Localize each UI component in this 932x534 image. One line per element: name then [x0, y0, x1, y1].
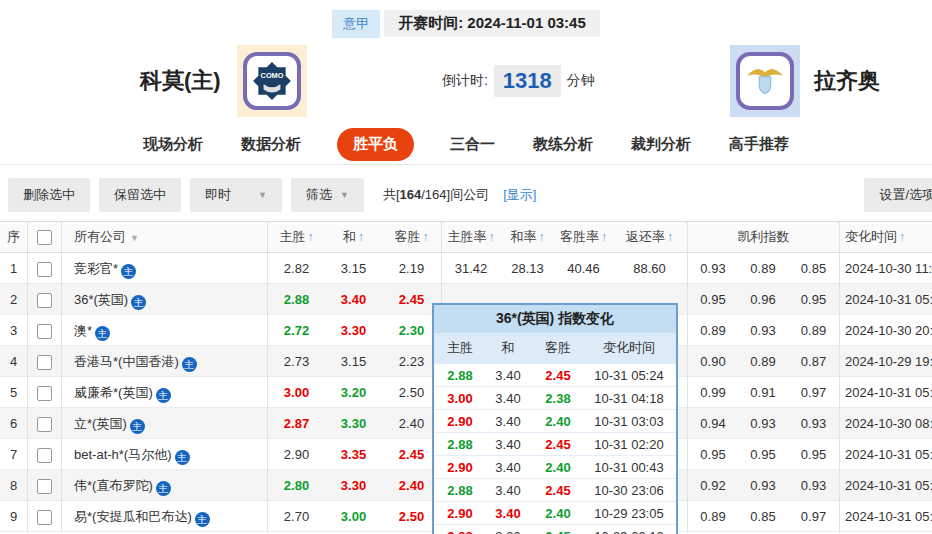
row-seq: 7 [0, 439, 28, 470]
kelly-2: 0.85 [738, 509, 788, 524]
kelly-2: 0.93 [738, 478, 788, 493]
popup-draw-odds: 3.40 [486, 437, 530, 452]
company-name[interactable]: bet-at-h*(马尔他) [74, 447, 172, 462]
return-rate: 88.60 [612, 253, 688, 284]
tab-win-draw-lose[interactable]: 胜平负 [337, 128, 414, 161]
header-return-rate[interactable]: 返还率↑ [612, 222, 688, 252]
row-checkbox[interactable] [37, 386, 52, 401]
popup-change-time: 10-29 23:05 [586, 506, 672, 521]
company-cell: 澳*主 [62, 315, 268, 346]
tab-three-in-one[interactable]: 三合一 [448, 129, 497, 160]
row-checkbox[interactable] [37, 293, 52, 308]
tab-live-analysis[interactable]: 现场分析 [141, 129, 205, 160]
header-return-rate-label: 返还率 [626, 229, 665, 244]
row-seq: 4 [0, 346, 28, 377]
sort-up-icon: ↑ [601, 230, 607, 244]
header-home-rate[interactable]: 主胜率↑ [442, 228, 500, 246]
kickoff-time: 开赛时间: 2024-11-01 03:45 [384, 10, 600, 37]
count-number: 164 [400, 187, 422, 202]
row-checkbox-cell [28, 470, 62, 501]
home-team-logo-icon: COMO [237, 45, 307, 117]
league-badge[interactable]: 意甲 [332, 10, 380, 38]
draw-odds: 3.00 [325, 509, 382, 524]
row-checkbox[interactable] [37, 510, 52, 525]
tab-data-analysis[interactable]: 数据分析 [239, 129, 303, 160]
count-prefix: 共[ [383, 187, 400, 202]
home-odds: 2.90 [268, 447, 325, 462]
popup-home-odds: 2.90 [434, 414, 486, 429]
company-name[interactable]: 易*(安提瓜和巴布达) [74, 509, 192, 524]
company-name[interactable]: 竞彩官* [74, 261, 118, 276]
popup-change-time: 10-31 03:03 [586, 414, 672, 429]
company-name[interactable]: 立*(英国) [74, 416, 127, 431]
tab-coach-analysis[interactable]: 教练分析 [531, 129, 595, 160]
header-company[interactable]: 所有公司▼ [62, 222, 268, 252]
kelly-3: 0.85 [788, 253, 840, 284]
popup-away-odds: 2.45 [530, 529, 586, 534]
teams-header: 科莫(主) COMO 倒计时: 1318 分钟 [0, 37, 932, 125]
row-checkbox[interactable] [37, 262, 52, 277]
row-checkbox[interactable] [37, 324, 52, 339]
svg-text:COMO: COMO [260, 71, 283, 80]
instant-dropdown[interactable]: 即时 ▼ [190, 178, 282, 212]
away-team-logo-icon [730, 45, 800, 117]
home-badge-icon: 主 [182, 357, 197, 372]
settings-button[interactable]: 设置/选项 [864, 178, 932, 212]
row-seq: 5 [0, 377, 28, 408]
sort-up-icon: ↑ [667, 230, 673, 244]
draw-odds: 3.20 [325, 385, 382, 400]
company-cell: 易*(安提瓜和巴布达)主 [62, 501, 268, 532]
change-time: 2024-10-30 08:15 [840, 416, 932, 431]
header-draw-rate-label: 和率 [511, 229, 537, 244]
tab-referee-analysis[interactable]: 裁判分析 [629, 129, 693, 160]
row-checkbox[interactable] [37, 448, 52, 463]
popup-away-odds: 2.40 [530, 506, 586, 521]
header-draw-rate[interactable]: 和率↑ [500, 228, 555, 246]
change-time: 2024-10-31 05:39 [840, 509, 932, 524]
company-name[interactable]: 澳* [74, 323, 92, 338]
header-away-rate[interactable]: 客胜率↑ [555, 228, 612, 246]
header-draw-odds[interactable]: 和↑ [325, 228, 382, 246]
draw-odds: 3.15 [325, 354, 382, 369]
kelly-3: 0.97 [788, 377, 840, 408]
home-odds: 2.80 [268, 478, 325, 493]
home-badge-icon: 主 [156, 388, 171, 403]
header-home-odds[interactable]: 主胜↑ [268, 228, 325, 246]
odds-comparison-page: 意甲 开赛时间: 2024-11-01 03:45 科莫(主) COMO 倒计时… [0, 10, 932, 534]
company-name[interactable]: 威廉希*(英国) [74, 385, 153, 400]
header-away-odds[interactable]: 客胜↑ [382, 222, 442, 252]
kelly-2: 0.93 [738, 416, 788, 431]
lazio-crest-icon [736, 52, 794, 110]
away-rate: 40.46 [555, 261, 612, 276]
filter-dropdown[interactable]: 筛选 ▼ [291, 178, 364, 212]
company-name[interactable]: 36*(英国) [74, 292, 128, 307]
header-draw-label: 和 [343, 229, 356, 244]
draw-odds: 3.35 [325, 447, 382, 462]
kelly-2: 0.93 [738, 323, 788, 338]
kelly-1: 0.93 [688, 261, 738, 276]
company-name[interactable]: 香港马*(中国香港) [74, 354, 179, 369]
row-checkbox-cell [28, 439, 62, 470]
popup-row: 3.003.402.3810-31 04:18 [434, 386, 676, 409]
home-odds: 2.82 [268, 261, 325, 276]
sort-up-icon: ↑ [489, 230, 495, 244]
popup-change-time: 10-31 04:18 [586, 391, 672, 406]
company-name[interactable]: 伟*(直布罗陀) [74, 478, 153, 493]
select-all-checkbox[interactable] [37, 230, 52, 245]
header-seq: 序 [0, 222, 28, 252]
show-link[interactable]: [显示] [503, 186, 536, 204]
row-checkbox-cell [28, 284, 62, 315]
header-change-time-label: 变化时间 [845, 229, 897, 244]
tab-expert-picks[interactable]: 高手推荐 [727, 129, 791, 160]
row-checkbox[interactable] [37, 417, 52, 432]
company-cell: 威廉希*(英国)主 [62, 377, 268, 408]
row-checkbox[interactable] [37, 355, 52, 370]
row-checkbox[interactable] [37, 479, 52, 494]
keep-selected-button[interactable]: 保留选中 [99, 178, 181, 212]
filter-dropdown-label: 筛选 [306, 186, 332, 204]
home-rate: 31.42 [442, 261, 500, 276]
header-home-label: 主胜 [280, 229, 306, 244]
header-change-time[interactable]: 变化时间↑ [840, 228, 932, 246]
delete-selected-button[interactable]: 删除选中 [8, 178, 90, 212]
home-odds: 2.70 [268, 509, 325, 524]
